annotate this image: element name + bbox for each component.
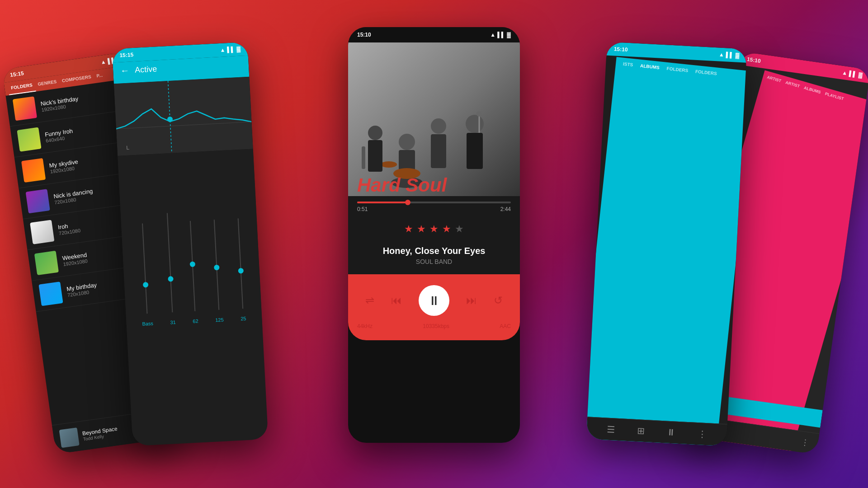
phone5-status-icons: ▲ ▌▌ ▓ [842, 70, 863, 79]
svg-point-17 [431, 118, 446, 134]
phone3-status-icons: ▲ ▌▌ ▓ [490, 32, 511, 38]
battery-icon: ▓ [236, 46, 241, 52]
progress-area: 0:51 2:44 [348, 196, 520, 216]
phone5-status-bar: 15:10 ▲ ▌▌ ▓ [739, 52, 868, 83]
star-3[interactable]: ★ [429, 223, 439, 235]
wifi-icon: ▲ [490, 32, 495, 38]
thumb-skydive [21, 158, 46, 183]
format-sample-rate: 44kHz [357, 323, 373, 329]
phone-player: 15:10 ▲ ▌▌ ▓ [348, 27, 520, 443]
song-title: Honey, Close Your Eyes [357, 246, 511, 256]
wifi-icon: ▲ [842, 70, 848, 77]
svg-text:Hard Soul: Hard Soul [357, 174, 448, 196]
eq-band-label-125: 125 [215, 317, 224, 323]
battery-icon: ▓ [735, 52, 739, 58]
svg-rect-12 [362, 146, 365, 169]
signal-icon: ▌▌ [726, 52, 734, 58]
phone1-time: 15:15 [9, 70, 24, 78]
list-info: Funny Iroh 640x640 [44, 127, 74, 143]
eq-slider-31[interactable]: 31 [165, 213, 176, 325]
eq-channel-label: L [126, 145, 129, 151]
sort-icon[interactable]: ☰ [607, 424, 615, 435]
next-button[interactable]: ⏭ [466, 294, 477, 307]
grid-icon[interactable]: ⊞ [637, 425, 645, 436]
eq-sliders: Bass 31 62 [127, 185, 255, 327]
phone-albums: 15:10 ▲ ▌▌ ▓ ISTS ALBUMS FOLDERS FOLDERS [586, 42, 747, 446]
eq-slider-125[interactable]: 125 [210, 220, 224, 323]
album-art: Hard Soul [348, 42, 520, 196]
list-info: Weekend 868x488 [62, 251, 88, 267]
star-5[interactable]: ★ [455, 223, 464, 235]
star-1[interactable]: ★ [404, 223, 413, 235]
format-row: 44kHz 10335kbps AAC [357, 323, 511, 329]
svg-point-16 [476, 111, 482, 117]
wifi-icon: ▲ [220, 47, 226, 53]
thumb-mybirthday [38, 282, 63, 306]
bottom-list-info: Beyond Space Todd Kelly [82, 425, 118, 441]
svg-rect-11 [368, 140, 382, 172]
thumb-dance [26, 189, 50, 213]
eq-slider-62[interactable]: 62 [188, 221, 198, 324]
stars-rating[interactable]: ★ ★ ★ ★ ★ [348, 216, 520, 242]
phone2-status-icons: ▲ ▌▌ ▓ [220, 46, 241, 53]
svg-rect-18 [431, 134, 446, 168]
repeat-button[interactable]: ↺ [494, 294, 503, 307]
svg-point-13 [466, 115, 484, 133]
phone-equalizer: 15:15 ▲ ▌▌ ▓ ← Active L [112, 42, 269, 446]
more-icon[interactable]: ⋮ [698, 428, 707, 440]
phone4-status-icons: ▲ ▌▌ ▓ [719, 51, 740, 58]
eq-band-label-bass: Bass [142, 321, 153, 327]
thumb-iroh [30, 220, 54, 244]
pause-button[interactable]: ⏸ [419, 285, 449, 316]
phone4-time: 15:10 [614, 46, 628, 53]
star-2[interactable]: ★ [417, 223, 426, 235]
pause-icon-bottom[interactable]: ⏸ [666, 427, 676, 438]
pause-icon: ⏸ [428, 293, 440, 308]
shuffle-button[interactable]: ⇌ [365, 294, 374, 307]
wifi-icon: ▲ [100, 58, 107, 66]
thumb-weekend [34, 251, 59, 275]
thumb-dog [17, 127, 41, 152]
battery-icon: ▓ [858, 72, 863, 79]
eq-slider-25[interactable]: 25 [236, 218, 246, 321]
eq-band-label-62: 62 [193, 318, 198, 324]
waveform-svg [114, 77, 253, 156]
phone3-time: 15:10 [357, 32, 371, 38]
signal-icon: ▌▌ [849, 70, 857, 78]
more-icon-bottom[interactable]: ⋮ [800, 437, 810, 448]
tab-p[interactable]: P... [93, 69, 107, 83]
phone4-nav-tabs: ISTS ALBUMS FOLDERS FOLDERS [586, 57, 747, 446]
signal-icon: ▌▌ [497, 32, 505, 38]
previous-button[interactable]: ⏮ [391, 294, 402, 307]
phones-container: 15:15 ▲ ▌▌ ▓ FOLDERS GENRES COMPOSERS P.… [0, 0, 868, 488]
svg-point-6 [399, 134, 415, 150]
waveform-display: L [114, 77, 253, 156]
controls-row: ⇌ ⏮ ⏸ ⏭ ↺ [357, 285, 511, 316]
wifi-icon: ▲ [719, 51, 725, 58]
svg-rect-14 [467, 133, 483, 169]
band-photo: Hard Soul [348, 42, 520, 196]
list-info: Nick is dancing 720x1080 [53, 188, 94, 205]
eq-slider-bass[interactable]: Bass [137, 223, 153, 327]
format-codec: AAC [500, 323, 511, 329]
progress-bar[interactable] [357, 202, 511, 203]
active-title: Active [135, 64, 157, 75]
time-current: 0:51 [357, 206, 368, 212]
svg-rect-4 [348, 42, 520, 196]
song-info: Honey, Close Your Eyes SOUL BAND [348, 242, 520, 274]
phone2-time: 15:15 [119, 52, 133, 59]
thumb-beyond [59, 427, 80, 448]
star-4[interactable]: ★ [442, 223, 451, 235]
controls-area: ⇌ ⏮ ⏸ ⏭ ↺ 44kHz 10335kbps AAC [348, 274, 520, 340]
progress-dot [405, 200, 410, 205]
list-info: Iroh 720x1080 [57, 221, 81, 235]
back-button[interactable]: ← [120, 66, 130, 76]
eq-band-label-25: 25 [241, 316, 246, 322]
signal-icon: ▌▌ [227, 46, 235, 53]
progress-fill [357, 202, 408, 203]
list-info: My skydive 868x488 [49, 158, 79, 174]
phone-notch [407, 27, 461, 38]
song-artist: SOUL BAND [357, 258, 511, 265]
eq-band-label-31: 31 [170, 319, 176, 325]
progress-times: 0:51 2:44 [357, 206, 511, 212]
